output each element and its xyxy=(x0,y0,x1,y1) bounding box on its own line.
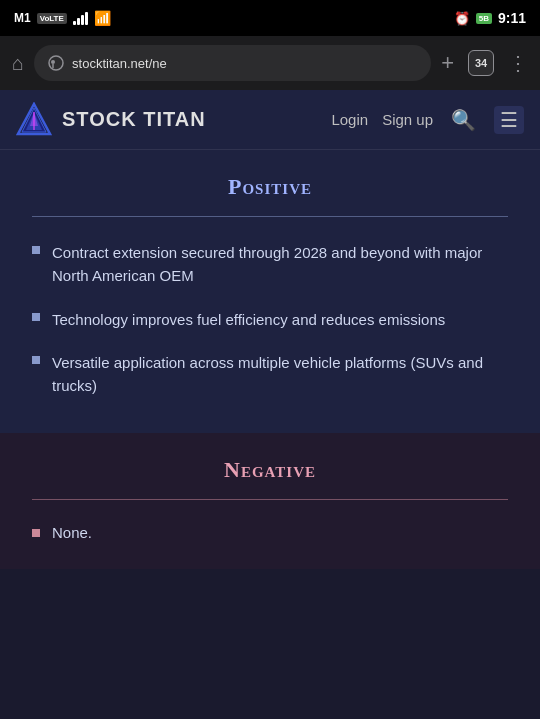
signup-link[interactable]: Sign up xyxy=(382,111,433,128)
negative-title: Negative xyxy=(32,457,508,483)
svg-point-0 xyxy=(49,56,63,70)
menu-icon[interactable]: ☰ xyxy=(494,106,524,134)
svg-point-1 xyxy=(51,60,55,64)
site-security-icon xyxy=(48,55,64,71)
address-text: stocktitan.net/ne xyxy=(72,56,167,71)
bullet-icon xyxy=(32,313,40,321)
logo-icon xyxy=(16,102,52,138)
positive-section: Positive Contract extension secured thro… xyxy=(0,150,540,433)
browser-chrome: ⌂ stocktitan.net/ne + 34 ⋮ xyxy=(0,36,540,90)
battery-badge: 5B xyxy=(476,13,492,24)
bullet-icon xyxy=(32,246,40,254)
navbar: STOCK TITAN Login Sign up 🔍 ☰ xyxy=(0,90,540,150)
negative-section: Negative None. xyxy=(0,433,540,569)
list-item: None. xyxy=(32,524,508,541)
login-link[interactable]: Login xyxy=(331,111,368,128)
negative-divider xyxy=(32,499,508,500)
page-content: Positive Contract extension secured thro… xyxy=(0,150,540,569)
positive-divider xyxy=(32,216,508,217)
site-title: STOCK TITAN xyxy=(62,108,317,131)
bullet-icon xyxy=(32,356,40,364)
operator-label: M1 xyxy=(14,11,31,25)
list-item: Technology improves fuel efficiency and … xyxy=(32,308,508,331)
time-display: 9:11 xyxy=(498,10,526,26)
tabs-count-badge[interactable]: 34 xyxy=(468,50,494,76)
signal-bars-icon xyxy=(73,11,88,25)
volte-badge: VoLTE xyxy=(37,13,67,24)
status-right: ⏰ 5B 9:11 xyxy=(454,10,526,26)
status-left: M1 VoLTE 📶 xyxy=(14,10,111,26)
status-bar: M1 VoLTE 📶 ⏰ 5B 9:11 xyxy=(0,0,540,36)
list-item: Versatile application across multiple ve… xyxy=(32,351,508,398)
more-options-icon[interactable]: ⋮ xyxy=(508,51,528,75)
positive-item-2: Technology improves fuel efficiency and … xyxy=(52,308,445,331)
negative-item-1: None. xyxy=(52,524,92,541)
positive-item-1: Contract extension secured through 2028 … xyxy=(52,241,508,288)
address-bar[interactable]: stocktitan.net/ne xyxy=(34,45,431,81)
positive-title: Positive xyxy=(32,174,508,200)
search-icon[interactable]: 🔍 xyxy=(451,108,476,132)
list-item: Contract extension secured through 2028 … xyxy=(32,241,508,288)
home-icon[interactable]: ⌂ xyxy=(12,52,24,75)
alarm-icon: ⏰ xyxy=(454,11,470,26)
wifi-icon: 📶 xyxy=(94,10,111,26)
positive-item-3: Versatile application across multiple ve… xyxy=(52,351,508,398)
browser-actions: + 34 ⋮ xyxy=(441,50,528,76)
bullet-icon xyxy=(32,529,40,537)
new-tab-icon[interactable]: + xyxy=(441,50,454,76)
positive-list: Contract extension secured through 2028 … xyxy=(32,241,508,397)
